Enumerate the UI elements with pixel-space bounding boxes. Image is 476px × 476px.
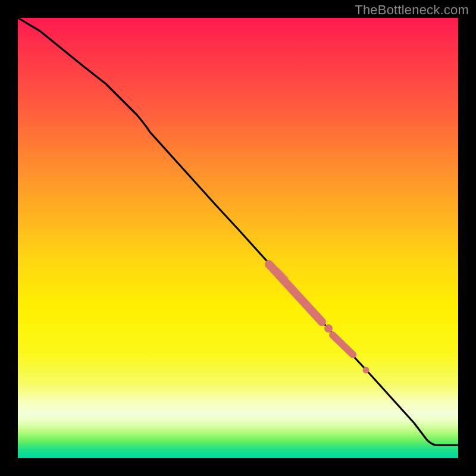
- highlight-segment-1: [269, 264, 322, 322]
- chart-svg: [18, 18, 458, 458]
- chart-plot-area: [18, 18, 458, 458]
- highlight-dot-2: [363, 367, 369, 374]
- series-curve: [18, 18, 458, 445]
- highlight-segment-2: [333, 335, 353, 355]
- chart-frame: TheBottleneck.com: [0, 0, 476, 476]
- highlight-dot-1: [324, 324, 333, 333]
- highlight-segment-1-fringe: [269, 262, 288, 278]
- watermark-text: TheBottleneck.com: [355, 2, 469, 18]
